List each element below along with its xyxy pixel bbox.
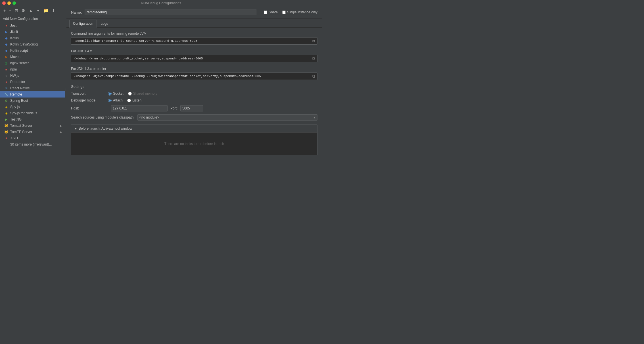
before-launch-chevron: ▼ [74,127,78,130]
minimize-button[interactable] [7,1,11,5]
settings-title: Settings [71,84,317,89]
classpath-select[interactable]: <no module> [137,114,317,121]
transport-shared-label[interactable]: Shared memory [128,92,157,96]
classpath-select-wrap: <no module> [137,114,317,121]
jdk13-wrapper: -Xnoagent -Djava.compiler=NONE -Xdebug -… [71,72,317,80]
sidebar-item-spring-boot[interactable]: ⚙ Spring Boot [0,98,65,104]
debugger-mode-radio-group: Attach Listen [108,98,141,102]
sidebar-item-kotlin-script[interactable]: ◆ Kotlin script [0,47,65,54]
nginx-icon: ◎ [4,61,9,65]
remote-icon: 🔧 [4,92,9,97]
sidebar-item-label: Kotlin [10,36,19,40]
sidebar-item-label: Spy-js [10,105,20,109]
react-native-icon: ⚛ [4,86,9,90]
tomee-arrow-icon: ▶ [60,130,62,134]
sidebar-item-label: Tomcat Server [10,124,32,128]
classpath-row: Search sources using module's classpath:… [71,114,317,121]
transport-socket-label[interactable]: Socket [108,92,124,96]
transport-label: Transport: [71,92,108,96]
transport-shared-radio[interactable] [128,92,132,96]
port-label: Port: [170,106,177,110]
debugger-mode-label: Debugger mode: [71,98,108,102]
sidebar-item-label: Spy-js for Node.js [10,111,37,115]
sidebar: + − ⊡ ⚙ ▲ ▼ 📁 ⬇ Add New Configuration ● … [0,6,65,172]
tomee-item-left: 🐱 TomEE Server [4,130,32,134]
debugger-listen-label[interactable]: Listen [127,98,141,102]
debugger-attach-radio[interactable] [108,99,112,102]
tomcat-arrow-icon: ▶ [60,124,62,127]
sidebar-item-xslt[interactable]: ✦ XSLT [0,135,65,141]
single-instance-checkbox[interactable] [282,11,286,14]
sidebar-item-nwjs[interactable]: ○ NW.js [0,72,65,79]
single-instance-checkbox-label[interactable]: Single instance only [282,10,317,14]
copy-jdk13-button[interactable]: ⧉ [311,73,316,79]
sidebar-item-react-native[interactable]: ⚛ React Native [0,85,65,91]
jdk13-label: For JDK 1.3.x or earlier [71,67,317,71]
kotlin-icon: ◆ [4,36,9,40]
debugger-attach-label[interactable]: Attach [108,98,123,102]
jdk14-wrapper: -Xdebug -Xrunjdwp:transport=dt_socket,se… [71,55,317,62]
junit-icon: ▶ [4,30,9,34]
sidebar-item-jest[interactable]: ● Jest [0,22,65,29]
before-launch-header[interactable]: ▼ Before launch: Activate tool window [71,125,317,132]
sidebar-item-protractor[interactable]: ● Protractor [0,79,65,85]
sidebar-item-label: Remote [10,92,22,96]
share-checkbox-label[interactable]: Share [264,10,278,14]
port-input[interactable] [180,105,203,111]
spy-js-icon: ◈ [4,105,9,109]
sidebar-item-label: Spring Boot [10,99,28,103]
window-title: Run/Debug Configurations [141,1,181,5]
folder-button[interactable]: 📁 [42,8,49,13]
name-row: Name: Share Single instance only [66,6,322,18]
sidebar-item-testng[interactable]: ▶ TestNG [0,116,65,123]
share-checkbox[interactable] [264,11,267,14]
sidebar-item-spy-js[interactable]: ◈ Spy-js [0,104,65,110]
sidebar-item-label: Jest [10,24,16,28]
sidebar-item-junit[interactable]: ▶ JUnit [0,29,65,35]
before-launch-content: There are no tasks to run before launch [71,132,317,155]
sidebar-item-npm[interactable]: ■ npm [0,66,65,72]
sidebar-item-label: 30 items more (irrelevant)... [10,142,52,146]
sidebar-item-kotlin-js[interactable]: ◆ Kotlin (JavaScript) [0,41,65,47]
before-launch-empty-text: There are no tasks to run before launch [164,142,224,146]
sort-button[interactable]: ⬇ [51,8,56,13]
sidebar-item-label: nginx server [10,61,29,65]
sidebar-item-maven[interactable]: ⚙ Maven [0,54,65,60]
transport-radio-group: Socket Shared memory [108,92,157,96]
host-label: Host: [71,106,108,110]
config-content: Command line arguments for running remot… [66,28,322,172]
settings-button[interactable]: ⚙ [20,8,26,13]
add-new-configuration[interactable]: Add New Configuration [0,15,65,22]
debugger-listen-radio[interactable] [127,99,131,102]
sidebar-item-kotlin[interactable]: ◆ Kotlin [0,35,65,41]
kotlin-js-icon: ◆ [4,42,9,47]
transport-socket-radio[interactable] [108,92,112,96]
arrow-up-button[interactable]: ▲ [28,8,34,13]
nwjs-icon: ○ [4,73,9,78]
protractor-icon: ● [4,80,9,84]
arrow-down-button[interactable]: ▼ [35,8,41,13]
transport-row: Transport: Socket Shared memory [71,92,317,96]
tab-logs[interactable]: Logs [97,20,112,27]
host-input[interactable] [111,105,168,111]
maximize-button[interactable] [12,1,16,5]
testng-icon: ▶ [4,117,9,122]
sidebar-item-spy-js-node[interactable]: ◈ Spy-js for Node.js [0,110,65,116]
host-port-row: Host: Port: [71,105,317,111]
copy-cmd-args-button[interactable]: ⧉ [311,38,316,44]
copy-config-button[interactable]: ⊡ [14,8,19,13]
copy-jdk14-button[interactable]: ⧉ [311,56,316,62]
remove-config-button[interactable]: − [8,8,12,13]
sidebar-item-remote[interactable]: 🔧 Remote [0,91,65,98]
spring-boot-icon: ⚙ [4,98,9,103]
close-button[interactable] [2,1,6,5]
name-input[interactable] [85,9,256,15]
sidebar-item-more[interactable]: 30 items more (irrelevant)... [0,141,65,148]
sidebar-toolbar: + − ⊡ ⚙ ▲ ▼ 📁 ⬇ [0,6,65,15]
classpath-label: Search sources using module's classpath: [71,115,135,119]
sidebar-item-tomee[interactable]: 🐱 TomEE Server ▶ [0,129,65,135]
add-config-button[interactable]: + [2,8,7,13]
sidebar-item-nginx[interactable]: ◎ nginx server [0,60,65,66]
tab-configuration[interactable]: Configuration [69,20,97,28]
sidebar-item-tomcat[interactable]: 🐱 Tomcat Server ▶ [0,123,65,129]
